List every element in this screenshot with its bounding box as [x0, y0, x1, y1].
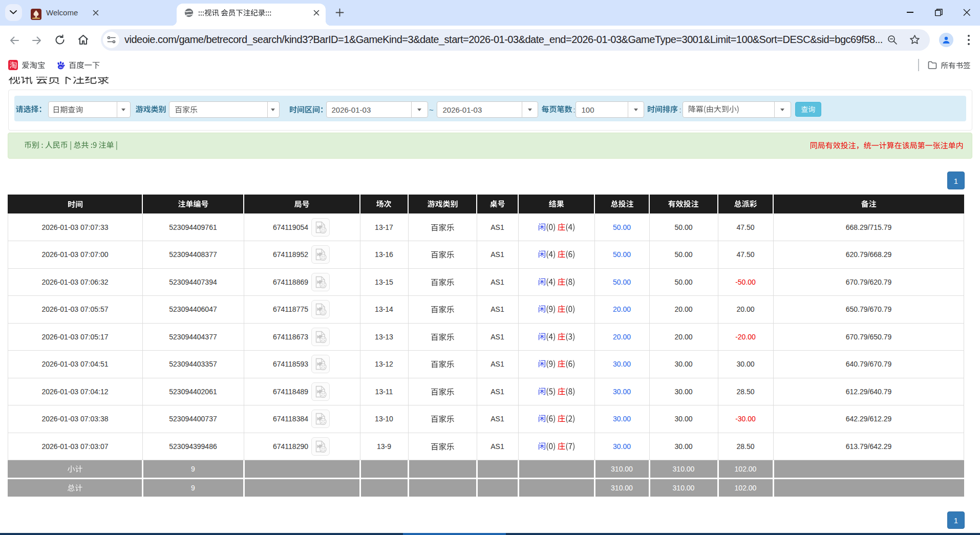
svg-text:du: du — [59, 66, 62, 69]
